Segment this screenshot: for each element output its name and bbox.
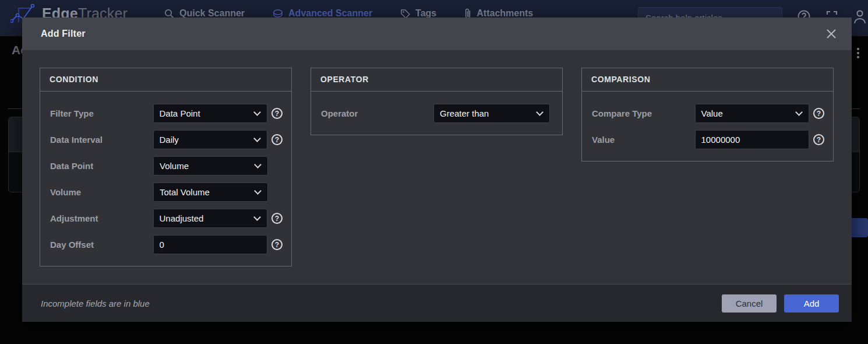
kebab-menu-icon[interactable] xyxy=(857,48,859,50)
user-icon[interactable] xyxy=(853,9,867,24)
field-row-data-point: Data Point Volume xyxy=(50,156,283,175)
value-field xyxy=(695,130,809,149)
modal-body: CONDITION Filter Type Data Point Data In… xyxy=(22,50,852,284)
tag-icon xyxy=(400,9,410,19)
field-row-operator: Operator Greater than xyxy=(321,104,550,123)
field-label: Day Offset xyxy=(50,240,153,250)
filter-type-select[interactable]: Data Point xyxy=(153,104,267,123)
day-offset-input[interactable] xyxy=(154,236,267,254)
adjustment-select[interactable]: Unadjusted xyxy=(153,209,267,228)
field-label: Data Point xyxy=(50,161,153,171)
help-icon[interactable] xyxy=(813,134,824,145)
value-input[interactable] xyxy=(696,131,809,149)
incomplete-fields-note: Incomplete fields are in blue xyxy=(41,299,722,308)
comparison-section: COMPARISON Compare Type Value Value xyxy=(581,68,834,162)
field-label: Compare Type xyxy=(592,108,695,118)
scanner-icon xyxy=(273,9,283,18)
field-row-data-interval: Data Interval Daily xyxy=(50,130,283,149)
field-label: Value xyxy=(592,135,695,145)
condition-section: CONDITION Filter Type Data Point Data In… xyxy=(40,68,292,266)
modal-footer: Incomplete fields are in blue Cancel Add xyxy=(22,284,852,322)
field-row-filter-type: Filter Type Data Point xyxy=(50,104,283,123)
data-interval-select[interactable]: Daily xyxy=(153,130,267,149)
field-label: Data Interval xyxy=(50,135,153,145)
day-offset-field xyxy=(153,235,267,254)
app-root: EdgeTracker Quick Scanner Advanced Scann… xyxy=(0,0,868,344)
cancel-button[interactable]: Cancel xyxy=(722,294,777,313)
help-icon[interactable] xyxy=(271,213,283,224)
compare-type-select[interactable]: Value xyxy=(695,104,809,123)
add-button[interactable]: Add xyxy=(784,294,839,313)
add-filter-modal: Add Filter CONDITION Filter Type Data Po… xyxy=(22,17,852,322)
modal-header: Add Filter xyxy=(22,17,852,50)
modal-title: Add Filter xyxy=(41,29,823,39)
field-row-volume: Volume Total Volume xyxy=(50,182,283,202)
help-icon[interactable] xyxy=(813,108,824,119)
operator-select[interactable]: Greater than xyxy=(433,104,550,123)
operator-section-title: OPERATOR xyxy=(311,68,562,92)
help-icon[interactable] xyxy=(271,108,283,119)
comparison-section-title: COMPARISON xyxy=(582,68,833,92)
help-icon[interactable] xyxy=(271,239,283,250)
field-label: Filter Type xyxy=(50,108,153,118)
field-label: Operator xyxy=(321,108,424,118)
field-row-day-offset: Day Offset xyxy=(50,235,283,254)
operator-section: OPERATOR Operator Greater than xyxy=(310,68,563,135)
search-icon xyxy=(164,9,174,19)
volume-select[interactable]: Total Volume xyxy=(153,182,268,202)
close-icon[interactable] xyxy=(823,25,840,43)
condition-section-title: CONDITION xyxy=(40,68,291,92)
field-row-value: Value xyxy=(592,130,824,149)
field-row-compare-type: Compare Type Value xyxy=(592,104,824,123)
field-row-adjustment: Adjustment Unadjusted xyxy=(50,209,283,228)
data-point-select[interactable]: Volume xyxy=(153,156,268,175)
help-icon[interactable] xyxy=(271,134,283,145)
field-label: Volume xyxy=(50,187,153,197)
field-label: Adjustment xyxy=(50,213,153,223)
